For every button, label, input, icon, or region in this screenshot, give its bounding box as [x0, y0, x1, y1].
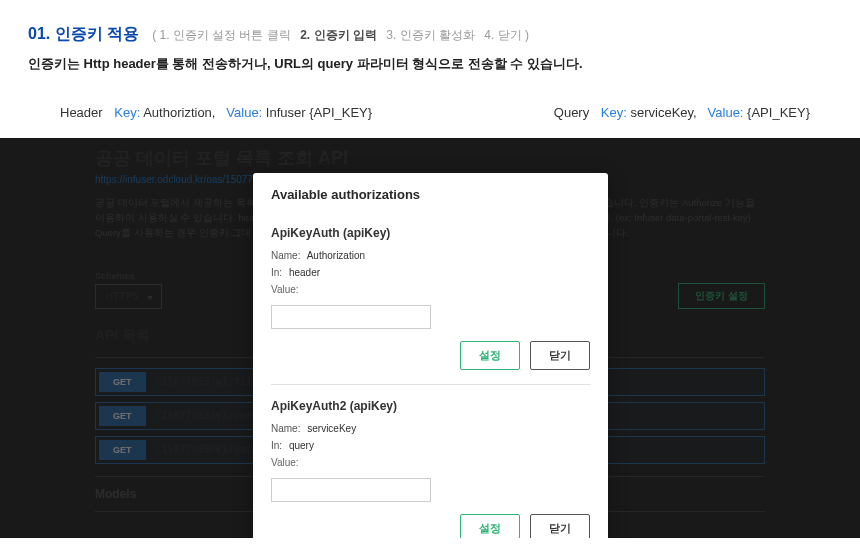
auth-scheme-heading: ApiKeyAuth (apiKey): [271, 226, 590, 240]
auth-value-input[interactable]: [271, 478, 431, 502]
header-value-label: Value:: [226, 105, 262, 120]
close-button[interactable]: 닫기: [530, 514, 590, 538]
set-button[interactable]: 설정: [460, 341, 520, 370]
header-auth-group: Header Key: Authoriztion, Value: Infuser…: [60, 105, 372, 120]
auth-scheme-type: (apiKey): [343, 226, 390, 240]
query-auth-group: Query Key: serviceKey, Value: {API_KEY}: [554, 105, 810, 120]
button-row: 설정 닫기: [271, 337, 590, 380]
swagger-screenshot: 공공 데이터 포털 목록 조회 API https://infuser.odcl…: [0, 138, 860, 538]
step-4: 4. 닫기 ): [484, 28, 529, 42]
auth-scheme-type: (apiKey): [350, 399, 397, 413]
field-value: Authorization: [307, 250, 365, 261]
header-key-value: Authoriztion,: [143, 105, 215, 120]
authorizations-modal: Available authorizations ApiKeyAuth (api…: [253, 173, 608, 538]
field-value: header: [289, 267, 320, 278]
field-value: query: [289, 440, 314, 451]
query-label: Query: [554, 105, 589, 120]
query-value-label: Value:: [708, 105, 744, 120]
doc-description: 인증키는 Http header를 통해 전송하거나, URL의 query 파…: [28, 55, 832, 73]
auth-scheme-heading: ApiKeyAuth2 (apiKey): [271, 399, 590, 413]
header-key-label: Key:: [114, 105, 140, 120]
auth-name-row: Name: serviceKey: [271, 423, 590, 434]
query-key-value: serviceKey,: [630, 105, 696, 120]
query-value-value: {API_KEY}: [747, 105, 810, 120]
info-bar: Header Key: Authoriztion, Value: Infuser…: [0, 87, 860, 138]
field-label: In:: [271, 440, 282, 451]
step-2: 2. 인증키 입력: [300, 28, 377, 42]
auth-in-row: In: query: [271, 440, 590, 451]
doc-header: 01. 인증키 적용 ( 1. 인증키 설정 버튼 클릭 2. 인증키 입력 3…: [0, 0, 860, 87]
query-key-label: Key:: [601, 105, 627, 120]
auth-block-query: ApiKeyAuth2 (apiKey) Name: serviceKey In…: [271, 384, 590, 538]
set-button[interactable]: 설정: [460, 514, 520, 538]
field-label: In:: [271, 267, 282, 278]
button-row: 설정 닫기: [271, 510, 590, 538]
auth-value-label: Value:: [271, 284, 590, 295]
header-label: Header: [60, 105, 103, 120]
auth-in-row: In: header: [271, 267, 590, 278]
close-button[interactable]: 닫기: [530, 341, 590, 370]
doc-title: 01. 인증키 적용: [28, 24, 139, 45]
modal-title: Available authorizations: [253, 173, 608, 212]
auth-value-input[interactable]: [271, 305, 431, 329]
auth-scheme-name: ApiKeyAuth: [271, 226, 340, 240]
step-3: 3. 인증키 활성화: [386, 28, 475, 42]
step-list: ( 1. 인증키 설정 버튼 클릭 2. 인증키 입력 3. 인증키 활성화 4…: [149, 27, 532, 44]
step-1: ( 1. 인증키 설정 버튼 클릭: [152, 28, 291, 42]
header-value-value: Infuser {API_KEY}: [266, 105, 372, 120]
field-label: Name:: [271, 250, 300, 261]
auth-name-row: Name: Authorization: [271, 250, 590, 261]
auth-value-label: Value:: [271, 457, 590, 468]
field-label: Name:: [271, 423, 300, 434]
auth-scheme-name: ApiKeyAuth2: [271, 399, 346, 413]
auth-block-header: ApiKeyAuth (apiKey) Name: Authorization …: [271, 212, 590, 380]
field-value: serviceKey: [307, 423, 356, 434]
